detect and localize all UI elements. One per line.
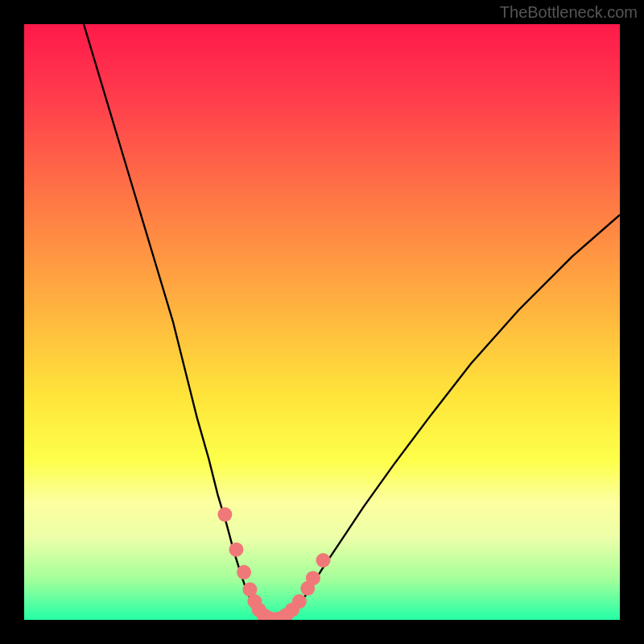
- highlight-dot: [237, 565, 251, 580]
- highlight-dot: [306, 571, 320, 585]
- chart-svg: [24, 24, 620, 620]
- plot-area: [24, 24, 620, 620]
- highlight-dot: [292, 594, 307, 609]
- highlight-dot: [229, 543, 243, 557]
- highlight-dot: [316, 553, 330, 568]
- dots-group: [217, 507, 330, 620]
- curve-group: [84, 24, 620, 620]
- highlight-dot: [217, 507, 232, 522]
- watermark: TheBottleneck.com: [500, 3, 638, 22]
- series-right-curve: [292, 215, 620, 614]
- series-left-curve: [84, 24, 260, 614]
